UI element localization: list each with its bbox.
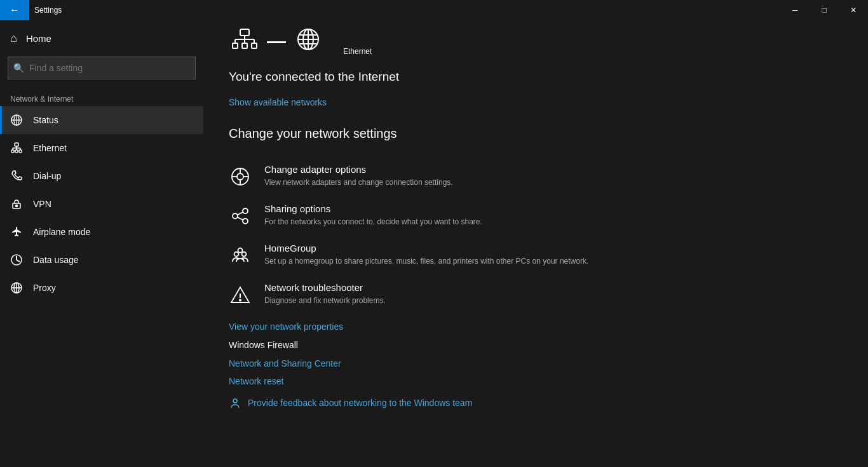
minimize-button[interactable]: ─ bbox=[780, 0, 810, 20]
view-properties-link[interactable]: View your network properties bbox=[229, 321, 843, 332]
homegroup-title: HomeGroup bbox=[264, 243, 843, 254]
titlebar-title: Settings bbox=[34, 6, 62, 15]
sidebar-home[interactable]: ⌂ Home bbox=[0, 25, 203, 51]
settings-item-homegroup[interactable]: HomeGroup Set up a homegroup to share pi… bbox=[229, 235, 843, 274]
homegroup-icon bbox=[229, 244, 252, 267]
sharing-text: Sharing options For the networks you con… bbox=[264, 203, 843, 227]
homegroup-desc: Set up a homegroup to share pictures, mu… bbox=[264, 256, 843, 267]
show-networks-link[interactable]: Show available networks bbox=[229, 97, 327, 107]
sidebar-search-box[interactable]: 🔍 bbox=[8, 57, 196, 79]
home-icon: ⌂ bbox=[10, 32, 17, 45]
settings-item-sharing[interactable]: Sharing options For the networks you con… bbox=[229, 196, 843, 235]
svg-point-42 bbox=[243, 208, 248, 213]
sidebar-item-proxy-label: Proxy bbox=[33, 283, 56, 293]
settings-item-troubleshooter[interactable]: Network troubleshooter Diagnose and fix … bbox=[229, 274, 843, 314]
ethernet-plug-icon bbox=[229, 27, 261, 52]
svg-point-36 bbox=[237, 173, 243, 180]
svg-point-50 bbox=[240, 299, 241, 301]
close-button[interactable]: ✕ bbox=[839, 0, 868, 20]
adapter-desc: View network adapters and change connect… bbox=[264, 177, 843, 188]
network-reset-link[interactable]: Network reset bbox=[229, 376, 843, 386]
sidebar-item-airplane[interactable]: Airplane mode bbox=[0, 218, 203, 246]
svg-point-46 bbox=[234, 252, 239, 257]
sidebar: ⌂ Home 🔍 Network & Internet Status bbox=[0, 20, 203, 467]
connection-line bbox=[267, 41, 286, 43]
ethernet-label-container: Ethernet bbox=[343, 47, 372, 57]
sharing-desc: For the networks you connect to, decide … bbox=[264, 217, 843, 227]
titlebar-controls: ─ □ ✕ bbox=[780, 0, 868, 20]
adapter-title: Change adapter options bbox=[264, 164, 843, 175]
airplane-icon bbox=[10, 226, 24, 238]
homegroup-text: HomeGroup Set up a homegroup to share pi… bbox=[264, 243, 843, 267]
svg-point-47 bbox=[242, 252, 247, 257]
sidebar-item-airplane-label: Airplane mode bbox=[33, 227, 90, 237]
svg-rect-27 bbox=[242, 43, 247, 48]
app-body: ⌂ Home 🔍 Network & Internet Status bbox=[0, 20, 868, 467]
proxy-icon bbox=[10, 281, 24, 294]
troubleshooter-title: Network troubleshooter bbox=[264, 282, 843, 293]
sidebar-item-status[interactable]: Status bbox=[0, 106, 203, 134]
settings-item-adapter[interactable]: Change adapter options View network adap… bbox=[229, 156, 843, 196]
svg-rect-20 bbox=[240, 29, 249, 36]
maximize-button[interactable]: □ bbox=[810, 0, 839, 20]
network-sharing-link[interactable]: Network and Sharing Center bbox=[229, 358, 843, 369]
svg-rect-12 bbox=[19, 150, 22, 152]
troubleshooter-text: Network troubleshooter Diagnose and fix … bbox=[264, 282, 843, 306]
svg-point-51 bbox=[233, 399, 237, 403]
minimize-icon: ─ bbox=[792, 6, 798, 15]
svg-line-44 bbox=[238, 212, 243, 215]
titlebar-left: ← Settings bbox=[0, 0, 62, 20]
ethernet-icon bbox=[10, 142, 24, 154]
sidebar-item-datausage[interactable]: Data usage bbox=[0, 246, 203, 274]
content-area: Ethernet You're connected to the Interne… bbox=[203, 20, 868, 467]
network-icons bbox=[229, 27, 324, 57]
sharing-icon bbox=[229, 205, 252, 227]
svg-point-14 bbox=[16, 205, 18, 207]
sidebar-item-ethernet-label: Ethernet bbox=[33, 143, 67, 153]
back-icon: ← bbox=[10, 4, 20, 16]
ethernet-label: Ethernet bbox=[343, 47, 372, 56]
globe-icon bbox=[292, 27, 324, 52]
back-button[interactable]: ← bbox=[0, 0, 29, 20]
sidebar-category-label: Network & Internet bbox=[0, 90, 203, 106]
svg-point-48 bbox=[238, 248, 243, 253]
titlebar: ← Settings ─ □ ✕ bbox=[0, 0, 868, 20]
connected-text: You're connected to the Internet bbox=[229, 70, 843, 84]
sidebar-item-datausage-label: Data usage bbox=[33, 255, 79, 265]
svg-rect-26 bbox=[233, 43, 238, 48]
search-input[interactable] bbox=[29, 63, 190, 73]
adapter-icon bbox=[229, 165, 252, 188]
troubleshooter-desc: Diagnose and fix network problems. bbox=[264, 295, 843, 306]
sidebar-item-vpn-label: VPN bbox=[33, 199, 51, 209]
maximize-icon: □ bbox=[822, 6, 826, 15]
svg-rect-4 bbox=[15, 143, 18, 146]
svg-rect-28 bbox=[252, 43, 257, 48]
sidebar-item-status-label: Status bbox=[33, 115, 58, 125]
svg-point-41 bbox=[233, 213, 238, 219]
feedback-icon bbox=[229, 396, 241, 409]
svg-rect-11 bbox=[15, 150, 18, 152]
sidebar-item-proxy[interactable]: Proxy bbox=[0, 274, 203, 302]
sidebar-item-dialup-label: Dial-up bbox=[33, 171, 61, 181]
status-icon bbox=[10, 114, 24, 126]
vpn-icon bbox=[10, 198, 24, 210]
sidebar-item-ethernet[interactable]: Ethernet bbox=[0, 134, 203, 162]
sidebar-item-dialup[interactable]: Dial-up bbox=[0, 162, 203, 190]
adapter-text: Change adapter options View network adap… bbox=[264, 164, 843, 188]
svg-line-45 bbox=[238, 217, 243, 220]
feedback-link[interactable]: Provide feedback about networking to the… bbox=[248, 398, 472, 408]
sidebar-item-vpn[interactable]: VPN bbox=[0, 190, 203, 218]
top-icon-area: Ethernet bbox=[229, 20, 843, 70]
svg-rect-10 bbox=[11, 150, 14, 152]
search-icon: 🔍 bbox=[13, 63, 24, 73]
datausage-icon bbox=[10, 254, 24, 266]
troubleshooter-icon bbox=[229, 283, 252, 306]
dialup-icon bbox=[10, 170, 24, 182]
sidebar-home-label: Home bbox=[26, 33, 51, 44]
section-title: Change your network settings bbox=[229, 126, 843, 141]
feedback-row: Provide feedback about networking to the… bbox=[229, 396, 843, 409]
sharing-title: Sharing options bbox=[264, 203, 843, 214]
close-icon: ✕ bbox=[850, 6, 857, 15]
windows-firewall-text: Windows Firewall bbox=[229, 340, 298, 350]
svg-point-43 bbox=[243, 219, 248, 224]
